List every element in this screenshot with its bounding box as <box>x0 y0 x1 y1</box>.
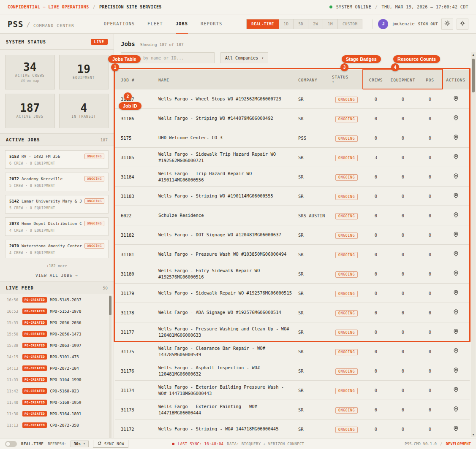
table-row[interactable]: 31187 Wells Fargo - Wheel Stops WO #1925… <box>115 89 470 109</box>
scrollbar-thumb[interactable] <box>472 59 475 92</box>
table-row[interactable]: 6022 Schulze Residence SRS AUSTIN ONGOIN… <box>115 206 470 225</box>
table-row[interactable]: 31179 Wells Fargo - Sidewalk Repair WO #… <box>115 284 470 303</box>
job-card[interactable]: 2073 Home Depot Distribution Center Repa… <box>5 217 109 236</box>
sun-icon <box>444 20 450 27</box>
job-id-cell: 31178 <box>115 308 152 318</box>
status-column-label: STATUS <box>332 75 362 80</box>
sync-now-button[interactable]: SYNC NOW <box>93 440 128 448</box>
feed-item: 11:30 PO-CREATED MPO-5164-1801 <box>0 408 114 419</box>
job-card[interactable]: 5153 RV - 1482 FM 356 ONGOING 6 CREW · 0… <box>5 150 109 169</box>
column-header-crews[interactable]: CREWS <box>364 78 388 82</box>
nav-tab[interactable]: JOBS <box>176 14 188 34</box>
brightness-button[interactable] <box>457 19 468 30</box>
table-row[interactable]: 31186 Wells Fargo - Striping WO #144079M… <box>115 109 470 128</box>
table-row[interactable]: 31175 Wells Fargo - Clearance Bar Repair… <box>115 342 470 361</box>
table-row[interactable]: 31174 Wells Fargo - Exterior Building Pr… <box>115 381 470 400</box>
status-badge: ONGOING <box>335 194 358 200</box>
username: jmckenzie <box>392 22 414 26</box>
pos-cell: 0 <box>418 405 442 415</box>
map-pin-icon[interactable] <box>452 425 460 434</box>
table-row[interactable]: 31180 Wells Fargo - Entry Sidewalk Repai… <box>115 264 470 284</box>
time-range-button[interactable]: 1D <box>279 19 294 29</box>
feed-scrollbar[interactable] <box>109 295 112 438</box>
map-pin-icon[interactable] <box>452 153 460 162</box>
map-pin-icon[interactable] <box>452 269 460 279</box>
column-header-equipment[interactable]: EQUIPMENT <box>388 78 418 82</box>
scroll-up-icon[interactable]: ▲ <box>472 52 474 57</box>
job-card[interactable]: 2070 Waterstone Amenity Center ONGOING 4… <box>5 240 109 258</box>
column-header-company[interactable]: COMPANY <box>296 78 329 82</box>
feed-scrollbar-thumb[interactable] <box>109 296 112 315</box>
table-row[interactable]: 31177 Wells Fargo - Pressure Washing and… <box>115 322 470 342</box>
job-id-cell: 5175 <box>115 133 152 143</box>
status-badge: ONGOING <box>335 116 358 122</box>
status-badge: ONGOING <box>335 213 358 219</box>
column-header-name[interactable]: NAME <box>152 78 296 82</box>
column-header-status[interactable]: STATUS ↑ <box>329 75 364 84</box>
job-card-name: RV - 1482 FM 356 <box>22 154 82 159</box>
map-pin-icon[interactable] <box>452 289 460 298</box>
job-id-cell: 31176 <box>115 366 152 376</box>
sync-now-label: SYNC NOW <box>104 442 124 446</box>
nav-tab[interactable]: OPERATIONS <box>104 14 135 34</box>
map-pin-icon[interactable] <box>452 172 460 181</box>
status-badge: ONGOING <box>335 310 358 316</box>
job-card-name: Home Depot Distribution Center Repairs <box>22 221 82 226</box>
sign-out-link[interactable]: SIGN OUT <box>418 22 438 26</box>
feed-time: 11:13 <box>7 423 19 427</box>
feed-reference: CPO-5168-923 <box>50 389 79 393</box>
map-pin-icon[interactable] <box>452 230 460 240</box>
table-row[interactable]: 31184 Wells Fargo - Trip Hazard Repair W… <box>115 167 470 187</box>
stat-label: EQUIPMENT <box>73 76 95 80</box>
table-row[interactable]: 31182 Wells Fargo - DOT Signage WO #1204… <box>115 225 470 245</box>
nav-tab[interactable]: FLEET <box>147 14 163 34</box>
table-row[interactable]: 31172 Wells Fargo - Striping - WO# 14471… <box>115 419 470 438</box>
map-pin-icon[interactable] <box>452 386 460 395</box>
table-row[interactable]: 5175 UHD Welcome Center- CO 3 PSS ONGOIN… <box>115 128 470 148</box>
map-pin-icon[interactable] <box>452 250 460 259</box>
job-card-meta: 4 CREW · 0 EQUIPMENT <box>9 251 104 255</box>
map-pin-icon[interactable] <box>452 211 460 220</box>
column-header-pos[interactable]: POS <box>418 78 442 82</box>
map-pin-icon[interactable] <box>452 405 460 414</box>
time-range-button[interactable]: 5D <box>294 19 308 29</box>
job-card[interactable]: 5142 Lamar University Mary & John Gray L… <box>5 195 109 214</box>
scroll-down-icon[interactable]: ▼ <box>472 432 474 437</box>
time-range-button[interactable]: 2W <box>308 19 323 29</box>
table-row[interactable]: 31173 Wells Fargo - Exterior Painting - … <box>115 400 470 419</box>
table-row[interactable]: 31183 Wells Fargo - Striping WO #190114M… <box>115 187 470 206</box>
map-pin-icon[interactable] <box>452 114 460 123</box>
time-range-button[interactable]: 1M <box>323 19 338 29</box>
time-range-button[interactable]: CUSTOM <box>338 19 362 29</box>
realtime-toggle[interactable] <box>5 441 17 447</box>
crews-cell: 0 <box>364 308 388 318</box>
map-pin-icon[interactable] <box>452 327 460 337</box>
table-row[interactable]: 31185 Wells Fargo - Sidewalk Trip Hazard… <box>115 148 470 167</box>
table-row[interactable]: 31176 Wells Fargo - Asphalt Inspection -… <box>115 361 470 381</box>
company-cell: SR <box>296 366 329 376</box>
map-pin-icon[interactable] <box>452 133 460 143</box>
table-row[interactable]: 31178 Wells Fargo - ADA Signage WO #1925… <box>115 303 470 322</box>
refresh-interval-select[interactable]: 30s ▾ <box>71 441 89 447</box>
map-pin-icon[interactable] <box>452 95 460 104</box>
company-filter-select[interactable]: All Companies ▾ <box>220 52 268 63</box>
map-pin-icon[interactable] <box>452 308 460 317</box>
map-pin-icon[interactable] <box>452 347 460 356</box>
crews-cell: 0 <box>364 288 388 298</box>
table-scrollbar[interactable]: ▲ ▼ <box>471 52 476 437</box>
avatar[interactable]: J <box>378 19 388 29</box>
view-all-jobs-link[interactable]: VIEW ALL JOBS → <box>0 269 114 281</box>
table-row[interactable]: 31181 Wells Fargo - Pressure Wash WO #10… <box>115 245 470 264</box>
time-range-button[interactable]: REAL-TIME <box>247 19 279 29</box>
actions-cell <box>442 325 470 339</box>
feed-event-badge: PO-CREATED <box>22 411 47 417</box>
theme-toggle-button[interactable] <box>441 19 453 30</box>
nav-tab[interactable]: REPORTS <box>201 14 222 34</box>
column-header-job[interactable]: JOB # <box>115 78 152 82</box>
job-card[interactable]: 2072 Academy Kerrville ONGOING 5 CREW · … <box>5 173 109 191</box>
map-pin-icon[interactable] <box>452 192 460 201</box>
filter-input[interactable] <box>121 52 215 63</box>
data-source-label: DATA: BIGQUERY + VERIZON CONNECT <box>227 442 304 446</box>
map-pin-icon[interactable] <box>452 366 460 376</box>
system-status-header: SYSTEM STATUS LIVE <box>0 34 114 50</box>
